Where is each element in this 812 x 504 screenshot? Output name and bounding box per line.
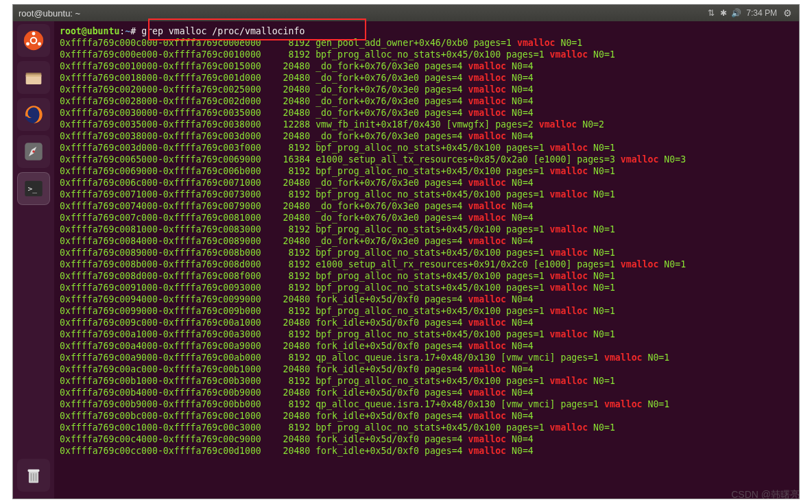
output-line: 0xffffa769c008d000-0xffffa769c008f000 81…: [60, 270, 795, 282]
clock[interactable]: 7:34 PM: [742, 8, 781, 18]
output-line: 0xffffa769c000e000-0xffffa769c0010000 81…: [60, 49, 795, 60]
output-line: 0xffffa769c0030000-0xffffa769c0035000 20…: [60, 107, 795, 119]
ubuntu-dash-icon[interactable]: [17, 24, 50, 57]
trash-icon[interactable]: [17, 459, 50, 492]
output-line: 0xffffa769c0081000-0xffffa769c0083000 81…: [60, 224, 795, 235]
output-line: 0xffffa769c00b1000-0xffffa769c00b3000 81…: [60, 375, 795, 387]
prompt-line: root@ubuntu:~# grep vmalloc /proc/vmallo…: [60, 25, 795, 37]
firefox-icon[interactable]: [17, 98, 50, 131]
svg-text:>_: >_: [28, 184, 38, 193]
output-line: 0xffffa769c00a4000-0xffffa769c00a9000 20…: [60, 340, 795, 352]
output-line: 0xffffa769c0065000-0xffffa769c0069000 16…: [60, 154, 795, 165]
terminal-icon[interactable]: >_: [17, 172, 50, 205]
output-line: 0xffffa769c006c000-0xffffa769c0071000 20…: [60, 177, 795, 189]
output-line: 0xffffa769c00b4000-0xffffa769c00b9000 20…: [60, 387, 795, 398]
output-line: 0xffffa769c00c1000-0xffffa769c00c3000 81…: [60, 422, 795, 433]
output-line: 0xffffa769c008b000-0xffffa769c008d000 81…: [60, 259, 795, 270]
output-line: 0xffffa769c0028000-0xffffa769c002d000 20…: [60, 95, 795, 107]
output-line: 0xffffa769c0018000-0xffffa769c001d000 20…: [60, 72, 795, 84]
svg-rect-7: [26, 75, 42, 77]
files-icon[interactable]: [17, 61, 50, 94]
output-line: 0xffffa769c0038000-0xffffa769c003d000 20…: [60, 130, 795, 142]
svg-point-10: [32, 150, 35, 153]
window-frame: root@ubuntu: ~ ⇅ ✱ 🔊 7:34 PM ⚙ >_ root@u…: [12, 4, 800, 499]
network-icon[interactable]: ⇅: [705, 8, 717, 18]
window-title: root@ubuntu: ~: [19, 8, 80, 19]
output-line: 0xffffa769c00b9000-0xffffa769c00bb000 81…: [60, 398, 795, 410]
output-line: 0xffffa769c00bc000-0xffffa769c00c1000 20…: [60, 410, 795, 422]
output-line: 0xffffa769c0084000-0xffffa769c0089000 20…: [60, 235, 795, 247]
svg-point-2: [32, 32, 36, 36]
svg-point-4: [38, 42, 41, 45]
output-line: 0xffffa769c0094000-0xffffa769c0099000 20…: [60, 293, 795, 305]
output-line: 0xffffa769c0020000-0xffffa769c0025000 20…: [60, 84, 795, 95]
titlebar: root@ubuntu: ~ ⇅ ✱ 🔊 7:34 PM ⚙: [13, 5, 799, 21]
output-line: 0xffffa769c003d000-0xffffa769c003f000 81…: [60, 142, 795, 154]
launcher: >_: [13, 21, 54, 499]
output-line: 0xffffa769c0035000-0xffffa769c0038000 12…: [60, 119, 795, 130]
output-line: 0xffffa769c0089000-0xffffa769c008b000 81…: [60, 247, 795, 259]
svg-rect-14: [28, 470, 40, 472]
output-line: 0xffffa769c0010000-0xffffa769c0015000 20…: [60, 60, 795, 72]
bluetooth-icon[interactable]: ✱: [717, 8, 730, 18]
output-line: 0xffffa769c000c000-0xffffa769c000e000 81…: [60, 37, 795, 49]
settings-icon[interactable]: [17, 135, 50, 168]
output-line: 0xffffa769c00c4000-0xffffa769c00c9000 20…: [60, 433, 795, 445]
output-line: 0xffffa769c0069000-0xffffa769c006b000 81…: [60, 165, 795, 177]
output-line: 0xffffa769c0074000-0xffffa769c0079000 20…: [60, 200, 795, 212]
gear-icon[interactable]: ⚙: [781, 8, 793, 19]
terminal-output[interactable]: root@ubuntu:~# grep vmalloc /proc/vmallo…: [54, 21, 799, 499]
output-line: 0xffffa769c0071000-0xffffa769c0073000 81…: [60, 189, 795, 200]
svg-point-3: [26, 42, 29, 45]
output-line: 0xffffa769c0091000-0xffffa769c0093000 81…: [60, 282, 795, 293]
output-line: 0xffffa769c00a1000-0xffffa769c00a3000 81…: [60, 328, 795, 340]
volume-icon[interactable]: 🔊: [730, 8, 742, 18]
output-line: 0xffffa769c00ac000-0xffffa769c00b1000 20…: [60, 363, 795, 375]
output-line: 0xffffa769c0099000-0xffffa769c009b000 81…: [60, 305, 795, 317]
output-line: 0xffffa769c007c000-0xffffa769c0081000 20…: [60, 212, 795, 224]
output-line: 0xffffa769c00a9000-0xffffa769c00ab000 81…: [60, 352, 795, 363]
output-line: 0xffffa769c009c000-0xffffa769c00a1000 20…: [60, 317, 795, 328]
output-line: 0xffffa769c00cc000-0xffffa769c00d1000 20…: [60, 445, 795, 457]
